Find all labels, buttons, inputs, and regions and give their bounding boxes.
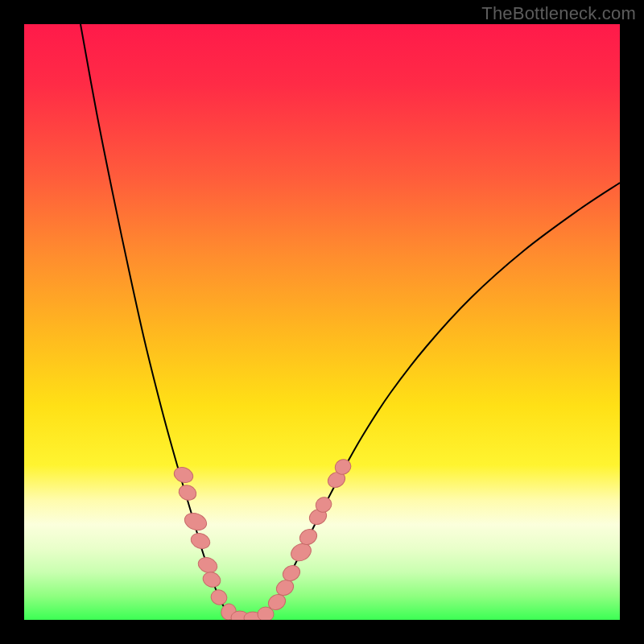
data-bead	[201, 570, 223, 589]
chart-root: TheBottleneck.com	[0, 0, 644, 644]
data-bead	[172, 464, 196, 485]
bead-group	[172, 456, 353, 620]
bottleneck-curve	[80, 24, 620, 620]
curve-layer	[24, 24, 620, 620]
data-bead	[189, 530, 213, 551]
plot-area	[24, 24, 620, 620]
attribution-label: TheBottleneck.com	[481, 3, 636, 24]
data-bead	[209, 588, 229, 607]
data-bead	[182, 510, 208, 533]
data-bead	[177, 483, 199, 502]
